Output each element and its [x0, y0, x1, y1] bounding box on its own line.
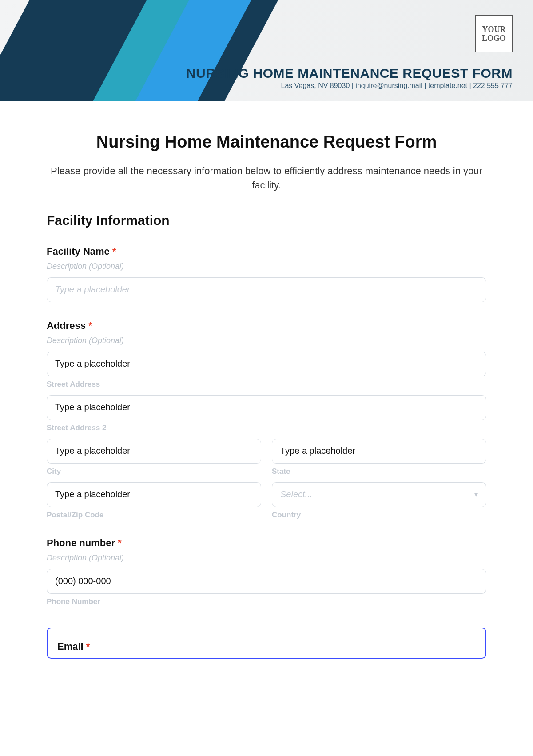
postal-code-sublabel: Postal/Zip Code [47, 511, 261, 520]
street-address-sublabel: Street Address [47, 380, 486, 389]
street-address-2-input[interactable] [47, 395, 486, 420]
phone-label: Phone number * [47, 537, 486, 549]
field-address: Address * Description (Optional) Street … [47, 320, 486, 520]
phone-label-text: Phone number [47, 537, 115, 548]
banner-subtitle: Las Vegas, NV 89030 | inquire@nursing.ma… [186, 82, 513, 90]
logo-placeholder: YOUR LOGO [475, 15, 513, 52]
facility-name-input[interactable] [47, 277, 486, 302]
required-mark: * [112, 246, 116, 257]
required-mark: * [118, 537, 122, 548]
field-phone: Phone number * Description (Optional) Ph… [47, 537, 486, 606]
phone-desc: Description (Optional) [47, 553, 486, 563]
chevron-down-icon: ▾ [474, 490, 478, 499]
facility-name-desc: Description (Optional) [47, 262, 486, 271]
banner-headline: NURSING HOME MAINTENANCE REQUEST FORM La… [186, 66, 513, 90]
logo-text: YOUR LOGO [476, 25, 512, 43]
phone-input[interactable] [47, 569, 486, 594]
postal-code-input[interactable] [47, 482, 261, 507]
facility-name-label: Facility Name * [47, 246, 486, 257]
email-label: Email * [57, 641, 476, 652]
header-banner: YOUR LOGO NURSING HOME MAINTENANCE REQUE… [0, 0, 533, 101]
street-address-2-sublabel: Street Address 2 [47, 424, 486, 432]
state-sublabel: State [272, 467, 486, 476]
phone-sublabel: Phone Number [47, 597, 486, 606]
country-sublabel: Country [272, 511, 486, 520]
facility-name-label-text: Facility Name [47, 246, 110, 257]
state-input[interactable] [272, 439, 486, 464]
required-mark: * [88, 320, 92, 331]
address-label-text: Address [47, 320, 86, 331]
section-facility-info-title: Facility Information [47, 213, 486, 228]
street-address-input[interactable] [47, 352, 486, 376]
form-page: Nursing Home Maintenance Request Form Pl… [0, 101, 533, 676]
city-sublabel: City [47, 467, 261, 476]
country-select[interactable]: Select... ▾ [272, 482, 486, 507]
banner-title: NURSING HOME MAINTENANCE REQUEST FORM [186, 66, 513, 81]
address-desc: Description (Optional) [47, 336, 486, 345]
city-input[interactable] [47, 439, 261, 464]
country-select-value: Select... [280, 489, 312, 500]
form-intro: Please provide all the necessary informa… [47, 164, 486, 192]
form-title: Nursing Home Maintenance Request Form [47, 132, 486, 152]
field-email-focused[interactable]: Email * [47, 628, 486, 659]
required-mark: * [86, 641, 90, 652]
address-label: Address * [47, 320, 486, 332]
field-facility-name: Facility Name * Description (Optional) [47, 246, 486, 302]
email-label-text: Email [57, 641, 84, 652]
